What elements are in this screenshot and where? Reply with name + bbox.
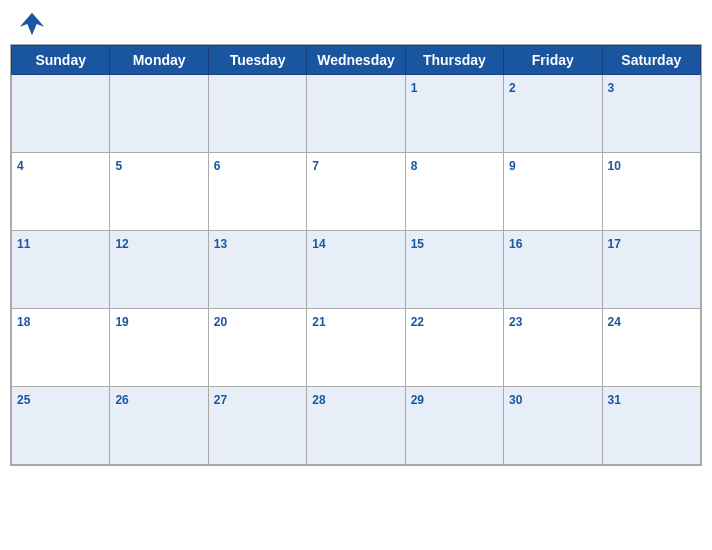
day-number: 18 xyxy=(17,315,30,329)
day-header-tuesday: Tuesday xyxy=(208,46,306,75)
day-cell xyxy=(12,75,110,153)
day-cell: 7 xyxy=(307,153,405,231)
calendar: SundayMondayTuesdayWednesdayThursdayFrid… xyxy=(10,44,702,466)
day-number: 9 xyxy=(509,159,516,173)
day-header-thursday: Thursday xyxy=(405,46,503,75)
day-number: 6 xyxy=(214,159,221,173)
day-number: 25 xyxy=(17,393,30,407)
day-cell: 18 xyxy=(12,309,110,387)
day-number: 20 xyxy=(214,315,227,329)
day-number: 24 xyxy=(608,315,621,329)
logo xyxy=(18,10,50,38)
day-number: 28 xyxy=(312,393,325,407)
day-number: 19 xyxy=(115,315,128,329)
day-number: 7 xyxy=(312,159,319,173)
day-header-saturday: Saturday xyxy=(602,46,700,75)
day-cell: 22 xyxy=(405,309,503,387)
day-cell: 23 xyxy=(504,309,602,387)
day-number: 26 xyxy=(115,393,128,407)
day-cell: 24 xyxy=(602,309,700,387)
day-number: 12 xyxy=(115,237,128,251)
day-number: 1 xyxy=(411,81,418,95)
day-cell: 2 xyxy=(504,75,602,153)
day-cell: 29 xyxy=(405,387,503,465)
day-number: 27 xyxy=(214,393,227,407)
week-row-4: 18192021222324 xyxy=(12,309,701,387)
day-cell: 25 xyxy=(12,387,110,465)
day-cell: 27 xyxy=(208,387,306,465)
day-cell: 5 xyxy=(110,153,208,231)
day-number: 2 xyxy=(509,81,516,95)
day-cell: 31 xyxy=(602,387,700,465)
day-cell: 19 xyxy=(110,309,208,387)
day-cell: 14 xyxy=(307,231,405,309)
day-number: 14 xyxy=(312,237,325,251)
day-number: 23 xyxy=(509,315,522,329)
day-number: 31 xyxy=(608,393,621,407)
day-number: 8 xyxy=(411,159,418,173)
day-cell: 10 xyxy=(602,153,700,231)
day-cell: 4 xyxy=(12,153,110,231)
week-row-2: 45678910 xyxy=(12,153,701,231)
day-cell xyxy=(208,75,306,153)
logo-bird-icon xyxy=(18,10,46,38)
week-row-5: 25262728293031 xyxy=(12,387,701,465)
day-number: 30 xyxy=(509,393,522,407)
week-row-3: 11121314151617 xyxy=(12,231,701,309)
day-cell xyxy=(110,75,208,153)
day-cell: 1 xyxy=(405,75,503,153)
day-number: 11 xyxy=(17,237,30,251)
calendar-table: SundayMondayTuesdayWednesdayThursdayFrid… xyxy=(11,45,701,465)
day-cell: 26 xyxy=(110,387,208,465)
day-cell xyxy=(307,75,405,153)
day-number: 3 xyxy=(608,81,615,95)
header-row: SundayMondayTuesdayWednesdayThursdayFrid… xyxy=(12,46,701,75)
day-number: 22 xyxy=(411,315,424,329)
day-number: 16 xyxy=(509,237,522,251)
day-cell: 21 xyxy=(307,309,405,387)
day-header-monday: Monday xyxy=(110,46,208,75)
day-number: 10 xyxy=(608,159,621,173)
day-cell: 11 xyxy=(12,231,110,309)
day-cell: 3 xyxy=(602,75,700,153)
day-number: 21 xyxy=(312,315,325,329)
day-header-sunday: Sunday xyxy=(12,46,110,75)
day-header-friday: Friday xyxy=(504,46,602,75)
day-cell: 30 xyxy=(504,387,602,465)
day-number: 17 xyxy=(608,237,621,251)
day-header-wednesday: Wednesday xyxy=(307,46,405,75)
day-number: 4 xyxy=(17,159,24,173)
day-cell: 6 xyxy=(208,153,306,231)
day-cell: 16 xyxy=(504,231,602,309)
day-number: 15 xyxy=(411,237,424,251)
week-row-1: 123 xyxy=(12,75,701,153)
day-number: 5 xyxy=(115,159,122,173)
day-cell: 17 xyxy=(602,231,700,309)
day-number: 13 xyxy=(214,237,227,251)
day-cell: 15 xyxy=(405,231,503,309)
day-cell: 13 xyxy=(208,231,306,309)
day-cell: 28 xyxy=(307,387,405,465)
svg-marker-0 xyxy=(20,13,44,35)
day-cell: 9 xyxy=(504,153,602,231)
day-number: 29 xyxy=(411,393,424,407)
day-cell: 8 xyxy=(405,153,503,231)
page-header xyxy=(0,0,712,44)
day-cell: 20 xyxy=(208,309,306,387)
day-cell: 12 xyxy=(110,231,208,309)
